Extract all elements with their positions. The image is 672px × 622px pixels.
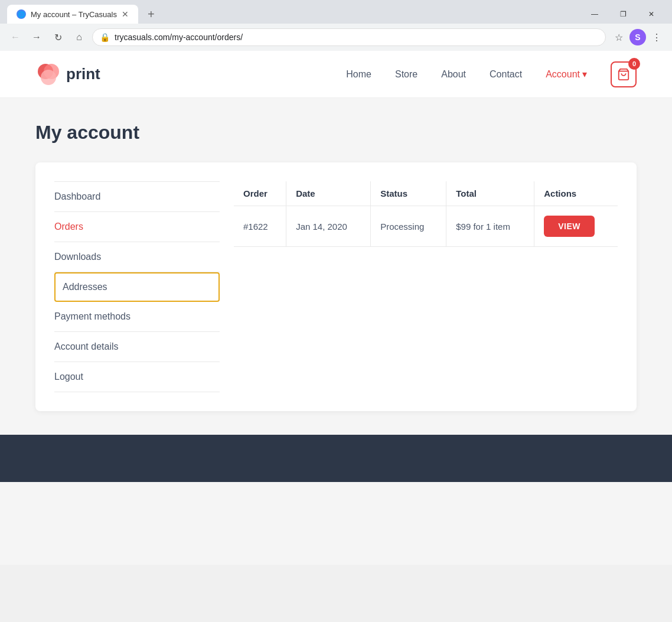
logo-text: print <box>66 65 100 83</box>
order-status: Processing <box>371 206 446 247</box>
bookmark-button[interactable]: ☆ <box>611 29 627 45</box>
home-button[interactable]: ⌂ <box>71 29 87 45</box>
account-layout: Dashboard Orders Downloads Addresses Pay… <box>35 162 637 411</box>
browser-title-bar: 🌐 My account – TryCasuals ✕ + — ❐ ✕ <box>0 0 672 24</box>
order-number: #1622 <box>234 206 286 247</box>
lock-icon: 🔒 <box>100 32 110 42</box>
toolbar-icons: ☆ S ⋮ <box>611 29 665 45</box>
col-header-order: Order <box>234 181 286 206</box>
new-tab-button[interactable]: + <box>143 5 159 24</box>
site-footer <box>0 435 672 482</box>
browser-toolbar: ← → ↻ ⌂ 🔒 trycasuals.com/my-account/orde… <box>0 24 672 51</box>
table-header-row: Order Date Status Total Actions <box>234 181 618 206</box>
nav-account-label: Account <box>546 69 580 80</box>
cart-button[interactable]: 0 <box>611 61 637 87</box>
logo[interactable]: print <box>35 61 100 87</box>
website: print Home Store About Contact Account ▾… <box>0 51 672 565</box>
restore-button[interactable]: ❐ <box>609 6 637 22</box>
profile-button[interactable]: S <box>629 29 646 45</box>
col-header-date: Date <box>286 181 371 206</box>
url-text: trycasuals.com/my-account/orders/ <box>115 32 598 42</box>
main-content: My account Dashboard Orders Downloads Ad… <box>0 98 672 435</box>
cart-icon <box>617 68 630 81</box>
nav-contact[interactable]: Contact <box>490 69 522 80</box>
logo-icon <box>35 61 61 87</box>
site-nav: Home Store About Contact Account ▾ 0 <box>346 61 637 87</box>
order-total-suffix: for 1 item <box>473 222 510 232</box>
chevron-down-icon: ▾ <box>582 69 587 80</box>
close-button[interactable]: ✕ <box>638 6 665 22</box>
order-actions: VIEW <box>534 206 618 247</box>
order-total-amount: $99 <box>456 222 471 232</box>
back-button[interactable]: ← <box>7 29 24 45</box>
cart-badge: 0 <box>628 58 640 70</box>
col-header-actions: Actions <box>534 181 618 206</box>
address-bar[interactable]: 🔒 trycasuals.com/my-account/orders/ <box>92 28 606 46</box>
sidebar-item-account-details[interactable]: Account details <box>54 332 220 362</box>
sidebar-item-payment-methods[interactable]: Payment methods <box>54 302 220 332</box>
nav-home[interactable]: Home <box>346 69 371 80</box>
refresh-button[interactable]: ↻ <box>50 29 66 45</box>
col-header-status: Status <box>371 181 446 206</box>
menu-button[interactable]: ⋮ <box>648 29 665 45</box>
browser-window: 🌐 My account – TryCasuals ✕ + — ❐ ✕ ← → … <box>0 0 672 51</box>
order-date: Jan 14, 2020 <box>286 206 371 247</box>
browser-tab[interactable]: 🌐 My account – TryCasuals ✕ <box>7 5 138 24</box>
tab-close-button[interactable]: ✕ <box>122 9 129 19</box>
account-sidebar: Dashboard Orders Downloads Addresses Pay… <box>54 181 220 392</box>
sidebar-item-downloads[interactable]: Downloads <box>54 242 220 272</box>
svg-point-2 <box>41 70 56 85</box>
nav-store[interactable]: Store <box>395 69 417 80</box>
site-header: print Home Store About Contact Account ▾… <box>0 51 672 98</box>
tab-title: My account – TryCasuals <box>31 10 117 19</box>
sidebar-item-addresses[interactable]: Addresses <box>54 272 220 302</box>
page-title: My account <box>35 122 637 144</box>
order-total: $99 for 1 item <box>446 206 534 247</box>
forward-button[interactable]: → <box>28 29 45 45</box>
sidebar-item-orders[interactable]: Orders <box>54 212 220 242</box>
window-controls: — ❐ ✕ <box>581 6 665 22</box>
minimize-button[interactable]: — <box>581 6 608 22</box>
view-order-button[interactable]: VIEW <box>544 216 595 237</box>
table-row: #1622 Jan 14, 2020 Processing $99 for 1 … <box>234 206 618 247</box>
sidebar-item-dashboard[interactable]: Dashboard <box>54 181 220 212</box>
orders-table: Order Date Status Total Actions #1622 Ja… <box>234 181 618 247</box>
nav-account[interactable]: Account ▾ <box>546 69 587 80</box>
col-header-total: Total <box>446 181 534 206</box>
nav-about[interactable]: About <box>441 69 466 80</box>
tab-favicon: 🌐 <box>17 9 26 19</box>
sidebar-item-logout[interactable]: Logout <box>54 362 220 392</box>
account-main: Order Date Status Total Actions #1622 Ja… <box>234 181 618 392</box>
